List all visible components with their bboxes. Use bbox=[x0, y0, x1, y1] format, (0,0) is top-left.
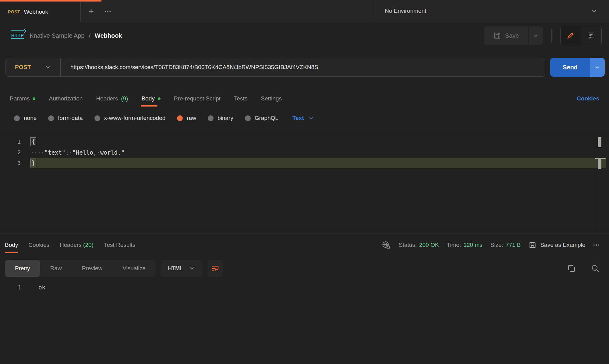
tab-body[interactable]: Body bbox=[141, 95, 160, 102]
tab-settings[interactable]: Settings bbox=[261, 95, 282, 102]
view-preview-label: Preview bbox=[82, 265, 103, 272]
editor-line-3-active[interactable]: 3 } bbox=[0, 158, 609, 168]
tab-settings-label: Settings bbox=[261, 95, 282, 102]
cursor-position-marker bbox=[595, 158, 606, 159]
request-tabs: Params Authorization Headers (9) Body Pr… bbox=[0, 90, 609, 107]
header-actions: Save bbox=[484, 26, 602, 45]
response-panel: Body Cookies Headers (20) Test Results bbox=[0, 233, 609, 364]
size-label: Size: bbox=[490, 242, 503, 248]
scroll-marker bbox=[598, 159, 601, 169]
editor-scrollbar[interactable] bbox=[595, 136, 606, 233]
response-line-content: ok bbox=[38, 284, 45, 291]
new-tab-button[interactable]: + bbox=[84, 2, 98, 21]
radio-binary-label: binary bbox=[218, 115, 233, 121]
response-more-options-button[interactable]: ••• bbox=[593, 243, 600, 247]
radio-graphql[interactable]: GraphQL bbox=[245, 115, 278, 121]
send-button-group: Send bbox=[550, 58, 605, 77]
response-view-switcher: Pretty Raw Preview Visualize bbox=[5, 260, 156, 277]
radio-none-label: none bbox=[24, 115, 37, 121]
chevron-down-icon bbox=[594, 64, 601, 71]
radio-circle-icon bbox=[245, 115, 251, 121]
radio-raw[interactable]: raw bbox=[177, 115, 196, 121]
request-tab-webhook[interactable]: POST Webhook bbox=[0, 2, 81, 22]
radio-none[interactable]: none bbox=[14, 115, 37, 121]
time-value: 120 ms bbox=[463, 242, 482, 248]
tab-pre-request-label: Pre-request Script bbox=[174, 95, 221, 102]
http-request-icon: HTTP bbox=[11, 33, 24, 39]
view-visualize-label: Visualize bbox=[122, 265, 146, 272]
comments-button[interactable] bbox=[581, 26, 601, 45]
wrap-lines-button[interactable] bbox=[207, 260, 223, 277]
request-body-editor[interactable]: 1 { 2 ····"text":·"Hello,·world." 3 } bbox=[0, 136, 609, 233]
radio-binary[interactable]: binary bbox=[208, 115, 233, 121]
response-body[interactable]: 1 ok bbox=[0, 280, 609, 291]
save-as-example-button[interactable]: Save as Example bbox=[529, 241, 585, 249]
radio-circle-icon bbox=[208, 115, 214, 121]
radio-circle-icon bbox=[94, 115, 100, 121]
time-readout: Time: 120 ms bbox=[447, 242, 482, 248]
url-bar: POST https://hooks.slack.com/services/T0… bbox=[5, 58, 545, 77]
tab-authorization-label: Authorization bbox=[49, 95, 83, 102]
whitespace-dots: ···· bbox=[30, 149, 44, 156]
send-options-button[interactable] bbox=[590, 58, 605, 77]
copy-icon bbox=[567, 264, 576, 273]
response-tab-headers[interactable]: Headers (20) bbox=[60, 242, 94, 248]
request-url-row: POST https://hooks.slack.com/services/T0… bbox=[5, 58, 605, 77]
search-response-button[interactable] bbox=[591, 264, 600, 273]
response-tab-cookies-label: Cookies bbox=[28, 242, 49, 248]
view-pretty-button[interactable]: Pretty bbox=[5, 260, 40, 277]
response-tab-cookies[interactable]: Cookies bbox=[28, 242, 49, 248]
side-panel-toggle-group bbox=[560, 26, 602, 45]
response-tab-body[interactable]: Body bbox=[5, 242, 18, 248]
method-selector[interactable]: POST bbox=[6, 64, 60, 71]
view-preview-button[interactable]: Preview bbox=[72, 260, 113, 277]
tab-params-label: Params bbox=[10, 95, 30, 102]
response-tab-test-results[interactable]: Test Results bbox=[104, 242, 135, 248]
edit-documentation-button[interactable] bbox=[561, 26, 581, 45]
breadcrumb-separator: / bbox=[89, 32, 90, 39]
tab-tests[interactable]: Tests bbox=[234, 95, 247, 102]
save-button[interactable]: Save bbox=[484, 26, 528, 45]
copy-response-button[interactable] bbox=[567, 264, 576, 273]
environment-selector[interactable]: No Environment bbox=[373, 0, 609, 22]
editor-line-2[interactable]: 2 ····"text":·"Hello,·world." bbox=[0, 147, 609, 158]
radio-circle-icon bbox=[48, 115, 54, 121]
tab-headers[interactable]: Headers (9) bbox=[96, 95, 128, 102]
url-input[interactable]: https://hooks.slack.com/services/T06TD83… bbox=[61, 64, 318, 71]
breadcrumb-request-name[interactable]: Webhook bbox=[95, 32, 122, 39]
bracket-highlight: } bbox=[30, 159, 36, 167]
tab-params[interactable]: Params bbox=[10, 95, 35, 102]
response-format-selector[interactable]: HTML bbox=[161, 260, 203, 277]
view-pretty-label: Pretty bbox=[15, 265, 30, 272]
send-button[interactable]: Send bbox=[550, 58, 590, 77]
tab-pre-request-script[interactable]: Pre-request Script bbox=[174, 95, 221, 102]
more-options-icon: ••• bbox=[593, 243, 600, 247]
radio-raw-label: raw bbox=[187, 115, 196, 121]
chevron-down-icon bbox=[533, 32, 539, 39]
response-headers-count-badge: (20) bbox=[83, 242, 94, 248]
postman-app: POST Webhook + ••• No Environment HTTP K… bbox=[0, 0, 609, 364]
tab-authorization[interactable]: Authorization bbox=[49, 95, 83, 102]
radio-form-data[interactable]: form-data bbox=[48, 115, 83, 121]
radio-x-www-form-urlencoded[interactable]: x-www-form-urlencoded bbox=[94, 115, 166, 121]
send-button-label: Send bbox=[563, 64, 578, 71]
save-options-button[interactable] bbox=[529, 26, 543, 45]
network-info-button[interactable] bbox=[381, 240, 391, 250]
body-active-dot bbox=[158, 97, 161, 100]
plus-icon: + bbox=[88, 6, 94, 16]
view-raw-button[interactable]: Raw bbox=[40, 260, 72, 277]
tab-tests-label: Tests bbox=[234, 95, 247, 102]
chevron-down-icon bbox=[44, 64, 51, 71]
raw-language-selector[interactable]: Text bbox=[292, 115, 314, 121]
breadcrumb-collection[interactable]: Knative Sample App bbox=[30, 32, 84, 39]
more-tabs-button[interactable]: ••• bbox=[101, 2, 116, 21]
cookies-link[interactable]: Cookies bbox=[577, 95, 599, 102]
request-header: HTTP Knative Sample App / Webhook Save bbox=[0, 22, 609, 49]
view-visualize-button[interactable]: Visualize bbox=[112, 260, 156, 277]
editor-line-1[interactable]: 1 { bbox=[0, 136, 609, 147]
environment-label: No Environment bbox=[385, 8, 426, 14]
tab-headers-label: Headers bbox=[96, 95, 118, 102]
response-tab-headers-label: Headers bbox=[60, 242, 82, 248]
more-options-icon: ••• bbox=[104, 9, 112, 14]
search-icon bbox=[591, 264, 600, 273]
